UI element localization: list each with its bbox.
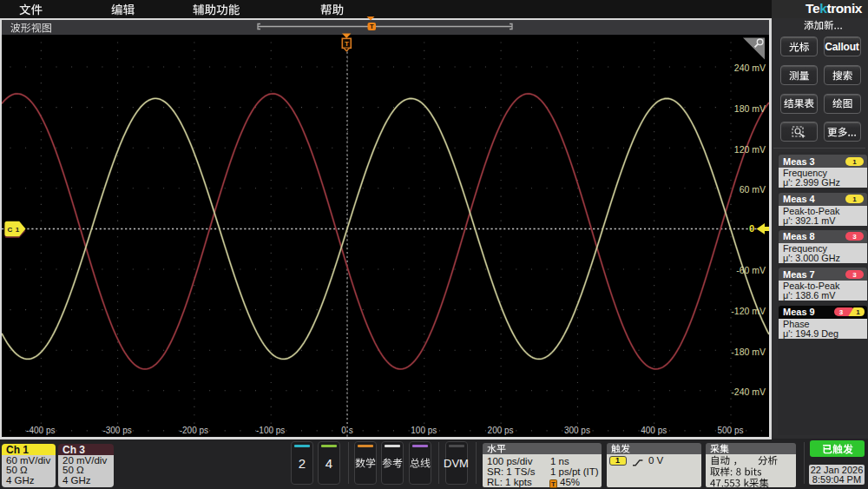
svg-text:3: 3 [852,271,857,279]
svg-text:-240 mV: -240 mV [731,387,766,397]
svg-text:T: T [370,23,374,30]
svg-text:T: T [345,40,349,48]
svg-text:-200 ps: -200 ps [180,426,208,435]
svg-text:500 ps: 500 ps [717,426,743,435]
svg-text:1: 1 [852,158,857,166]
svg-text:0 s: 0 s [341,426,352,435]
svg-text:-400 ps: -400 ps [26,426,55,435]
svg-text:3: 3 [839,308,844,316]
svg-text:-60 mV: -60 mV [736,265,766,275]
svg-text:0: 0 [749,223,754,234]
svg-text:1: 1 [856,308,860,316]
svg-text:3: 3 [852,233,857,241]
svg-text:-100 ps: -100 ps [256,426,285,435]
svg-text:-120 mV: -120 mV [731,306,766,316]
svg-text:-180 mV: -180 mV [731,347,766,357]
svg-text:-300 ps: -300 ps [102,426,131,435]
svg-text:120 mV: 120 mV [734,144,766,155]
svg-text:C 1: C 1 [8,226,20,234]
svg-text:T: T [551,480,556,488]
svg-text:180 mV: 180 mV [734,103,766,114]
svg-text:200 ps: 200 ps [488,426,514,435]
svg-text:100 ps: 100 ps [411,426,437,435]
svg-text:1: 1 [852,195,857,203]
svg-text:400 ps: 400 ps [641,426,667,435]
svg-text:60 mV: 60 mV [740,184,766,195]
svg-text:240 mV: 240 mV [734,63,766,73]
svg-text:300 ps: 300 ps [564,426,590,435]
